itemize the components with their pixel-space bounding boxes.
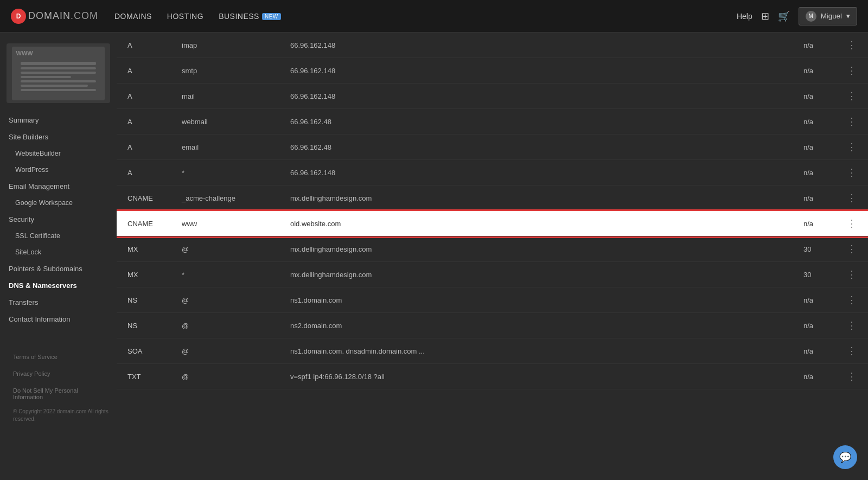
nav-domains[interactable]: DOMAINS	[114, 12, 152, 21]
record-actions[interactable]: ⋮	[836, 33, 868, 58]
sidebar-item-ssl-certificate[interactable]: SSL Certificate	[0, 228, 117, 244]
record-value: 66.96.162.148	[279, 160, 793, 185]
record-name: @	[171, 313, 279, 338]
record-value: mx.dellinghamdesign.com	[279, 262, 793, 287]
grid-icon[interactable]: ⊞	[761, 10, 769, 22]
more-options-icon[interactable]: ⋮	[847, 218, 857, 229]
sidebar-navigation: SummarySite BuildersWebsiteBuilderWordPr…	[0, 112, 117, 328]
user-menu-button[interactable]: M Miguel ▾	[799, 7, 857, 25]
table-row: CNAME www old.website.com n/a ⋮	[117, 211, 868, 236]
logo-circle: D	[11, 9, 26, 24]
record-type: A	[117, 33, 171, 58]
record-ttl: 30	[793, 236, 836, 262]
nav-left: D DOMAIN.COM DOMAINS HOSTING BUSINESSNEW	[11, 9, 281, 24]
record-actions[interactable]: ⋮	[836, 135, 868, 160]
record-name: @	[171, 364, 279, 389]
logo[interactable]: D DOMAIN.COM	[11, 9, 98, 24]
more-options-icon[interactable]: ⋮	[847, 91, 857, 101]
sidebar-item-transfers[interactable]: Transfers	[0, 294, 117, 311]
record-value: mx.dellinghamdesign.com	[279, 236, 793, 262]
privacy-link[interactable]: Privacy Policy	[7, 366, 110, 381]
more-options-icon[interactable]: ⋮	[847, 371, 857, 382]
record-name: email	[171, 135, 279, 160]
record-type: A	[117, 109, 171, 135]
record-actions[interactable]: ⋮	[836, 58, 868, 84]
domain-thumbnail: WWW	[7, 43, 110, 103]
record-actions[interactable]: ⋮	[836, 84, 868, 109]
record-name: _acme-challenge	[171, 185, 279, 211]
record-actions[interactable]: ⋮	[836, 109, 868, 135]
chat-button[interactable]: 💬	[833, 445, 857, 469]
more-options-icon[interactable]: ⋮	[847, 167, 857, 178]
record-name: mail	[171, 84, 279, 109]
sidebar-item-website-builder[interactable]: WebsiteBuilder	[0, 145, 117, 162]
table-row: A email 66.96.162.48 n/a ⋮	[117, 135, 868, 160]
terms-link[interactable]: Terms of Service	[7, 349, 110, 364]
sidebar-item-contact-information[interactable]: Contact Information	[0, 311, 117, 328]
record-value: 66.96.162.148	[279, 33, 793, 58]
sidebar-item-google-workspace[interactable]: Google Workspace	[0, 195, 117, 211]
nav-hosting[interactable]: HOSTING	[167, 12, 203, 21]
record-type: A	[117, 58, 171, 84]
main-layout: WWW SummarySite BuildersWebsiteBuilderWo…	[0, 33, 868, 480]
sidebar-footer: Terms of Service Privacy Policy Do Not S…	[0, 338, 117, 434]
record-type: A	[117, 84, 171, 109]
sidebar-item-pointers-subdomains[interactable]: Pointers & Subdomains	[0, 260, 117, 277]
more-options-icon[interactable]: ⋮	[847, 142, 857, 152]
more-options-icon[interactable]: ⋮	[847, 40, 857, 50]
more-options-icon[interactable]: ⋮	[847, 65, 857, 76]
record-ttl: n/a	[793, 211, 836, 236]
thumbnail-inner: WWW	[12, 47, 105, 100]
record-type: TXT	[117, 364, 171, 389]
thumb-www-label: WWW	[16, 50, 33, 56]
sidebar-item-email-management[interactable]: Email Management	[0, 178, 117, 195]
more-options-icon[interactable]: ⋮	[847, 269, 857, 280]
more-options-icon[interactable]: ⋮	[847, 244, 857, 254]
cart-icon[interactable]: 🛒	[778, 10, 790, 22]
record-actions[interactable]: ⋮	[836, 262, 868, 287]
sidebar-item-dns-nameservers[interactable]: DNS & Nameservers	[0, 277, 117, 294]
record-value: 66.96.162.148	[279, 84, 793, 109]
table-row: CNAME _acme-challenge mx.dellinghamdesig…	[117, 185, 868, 211]
do-not-sell-link[interactable]: Do Not Sell My Personal Information	[7, 383, 110, 405]
record-value: v=spf1 ip4:66.96.128.0/18 ?all	[279, 364, 793, 389]
sidebar-item-security[interactable]: Security	[0, 211, 117, 228]
more-options-icon[interactable]: ⋮	[847, 116, 857, 127]
record-actions[interactable]: ⋮	[836, 313, 868, 338]
sidebar-item-sitelock[interactable]: SiteLock	[0, 244, 117, 260]
top-navigation: D DOMAIN.COM DOMAINS HOSTING BUSINESSNEW…	[0, 0, 868, 33]
record-actions[interactable]: ⋮	[836, 364, 868, 389]
record-name: www	[171, 211, 279, 236]
record-ttl: n/a	[793, 364, 836, 389]
more-options-icon[interactable]: ⋮	[847, 345, 857, 356]
nav-business[interactable]: BUSINESSNEW	[219, 12, 281, 21]
sidebar-item-summary[interactable]: Summary	[0, 112, 117, 129]
record-actions[interactable]: ⋮	[836, 211, 868, 236]
chevron-down-icon: ▾	[846, 12, 850, 20]
record-ttl: n/a	[793, 338, 836, 364]
record-value: 66.96.162.148	[279, 58, 793, 84]
record-ttl: n/a	[793, 287, 836, 313]
record-type: MX	[117, 236, 171, 262]
help-link[interactable]: Help	[737, 12, 752, 21]
sidebar-item-wordpress[interactable]: WordPress	[0, 162, 117, 178]
record-value: 66.96.162.48	[279, 109, 793, 135]
avatar: M	[806, 11, 816, 22]
record-name: *	[171, 160, 279, 185]
record-actions[interactable]: ⋮	[836, 287, 868, 313]
record-ttl: n/a	[793, 109, 836, 135]
sidebar: WWW SummarySite BuildersWebsiteBuilderWo…	[0, 33, 117, 480]
record-type: CNAME	[117, 185, 171, 211]
sidebar-item-site-builders[interactable]: Site Builders	[0, 129, 117, 145]
record-actions[interactable]: ⋮	[836, 160, 868, 185]
record-type: NS	[117, 313, 171, 338]
more-options-icon[interactable]: ⋮	[847, 295, 857, 305]
record-type: A	[117, 135, 171, 160]
record-name: @	[171, 287, 279, 313]
record-name: *	[171, 262, 279, 287]
record-actions[interactable]: ⋮	[836, 185, 868, 211]
more-options-icon[interactable]: ⋮	[847, 193, 857, 203]
record-actions[interactable]: ⋮	[836, 338, 868, 364]
more-options-icon[interactable]: ⋮	[847, 320, 857, 331]
record-actions[interactable]: ⋮	[836, 236, 868, 262]
